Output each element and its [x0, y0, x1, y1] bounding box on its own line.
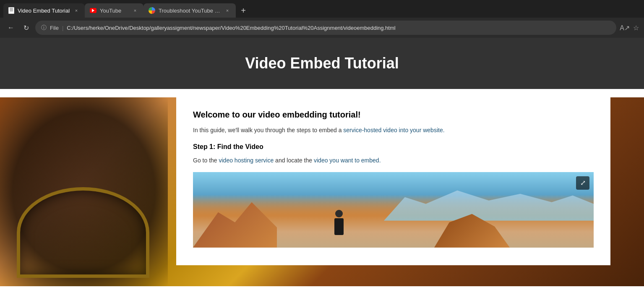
address-text[interactable]: C:/Users/herke/OneDrive/Desktop/gallerya… [67, 25, 610, 31]
info-icon: ⓘ [41, 24, 47, 31]
read-aloud-icon[interactable]: A↗ [620, 24, 630, 32]
step1-text: Go to the video hosting service and loca… [193, 156, 594, 165]
bookmark-icon[interactable]: ☆ [633, 24, 639, 32]
tab-youtube[interactable]: YouTube × [85, 3, 143, 18]
page-body: Welcome to our video embedding tutorial!… [0, 97, 644, 286]
video-expand-icon[interactable]: ⤢ [576, 176, 589, 190]
tab-video-embed[interactable]: Video Embed Tutorial × [3, 3, 85, 18]
person-head [335, 210, 343, 217]
person-silhouette [331, 210, 347, 243]
tab-troubleshoot[interactable]: Troubleshoot YouTube video err… × [143, 3, 236, 18]
tab-troubleshoot-title: Troubleshoot YouTube video err… [159, 8, 221, 14]
intro-text-plain: In this guide, we'll walk you through th… [193, 127, 343, 133]
content-box: Welcome to our video embedding tutorial!… [176, 97, 610, 265]
video-embed-area[interactable]: ⤢ [193, 172, 594, 248]
address-bar: ← ↻ ⓘ File | C:/Users/herke/OneDrive/Des… [0, 18, 644, 38]
back-button[interactable]: ← [5, 22, 17, 34]
google-favicon-icon [149, 7, 155, 14]
address-input-wrap[interactable]: ⓘ File | C:/Users/herke/OneDrive/Desktop… [35, 21, 616, 35]
page-header: Video Embed Tutorial [0, 38, 644, 89]
intro-text: In this guide, we'll walk you through th… [193, 125, 594, 135]
person-body [334, 218, 344, 235]
step1-text-highlight2: video you want to embed. [314, 157, 381, 164]
tab-youtube-close[interactable]: × [132, 7, 138, 14]
tab-troubleshoot-close[interactable]: × [224, 7, 231, 14]
tab-youtube-title: YouTube [100, 8, 128, 14]
youtube-favicon-icon [90, 8, 96, 13]
intro-text-highlight: service-hosted video into your website. [343, 127, 444, 133]
mountains-decoration [384, 187, 594, 221]
welcome-heading: Welcome to our video embedding tutorial! [193, 110, 594, 120]
step1-text-highlight: video hosting service [219, 157, 274, 164]
step1-text-plain: Go to the [193, 157, 219, 164]
address-right-icons: A↗ ☆ [620, 24, 639, 32]
rock-formation-left [193, 197, 277, 248]
new-tab-button[interactable]: + [237, 5, 249, 16]
page-title: Video Embed Tutorial [8, 55, 636, 72]
page-content: Video Embed Tutorial Welcome to our vide… [0, 38, 644, 286]
address-separator: | [62, 25, 63, 31]
browser-chrome: Video Embed Tutorial × YouTube × Trouble… [0, 0, 644, 38]
refresh-button[interactable]: ↻ [20, 22, 32, 34]
tab-video-embed-title: Video Embed Tutorial [18, 8, 70, 14]
tab-video-embed-close[interactable]: × [73, 7, 80, 14]
step1-heading: Step 1: Find the Video [193, 143, 594, 151]
doc-favicon-icon [8, 7, 14, 14]
step1-text-plain2: and locate the [274, 157, 314, 164]
tab-bar: Video Embed Tutorial × YouTube × Trouble… [0, 0, 644, 18]
file-label: File [50, 25, 59, 31]
